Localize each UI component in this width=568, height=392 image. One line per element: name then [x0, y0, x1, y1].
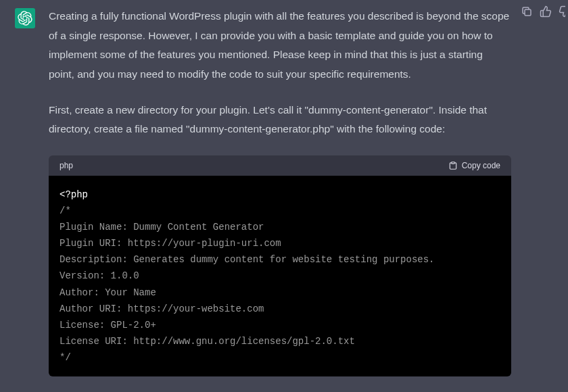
assistant-avatar	[15, 8, 35, 28]
thumbs-up-icon[interactable]	[540, 5, 552, 18]
code-line: */	[60, 352, 71, 363]
code-line: Version: 1.0.0	[60, 270, 139, 281]
svg-rect-0	[525, 9, 531, 16]
svg-rect-1	[451, 162, 454, 164]
code-line: Description: Generates dummy content for…	[60, 254, 435, 265]
clipboard-icon	[448, 161, 458, 170]
message-content: Creating a fully functional WordPress pl…	[49, 7, 518, 376]
response-paragraph: First, create a new directory for your p…	[49, 101, 511, 139]
thumbs-down-icon[interactable]	[559, 5, 565, 18]
code-line: Author URI: https://your-website.com	[60, 303, 264, 314]
code-header: php Copy code	[49, 155, 511, 176]
code-line: /*	[60, 205, 71, 216]
code-line: Plugin URI: https://your-plugin-uri.com	[60, 238, 281, 249]
code-line: Author: Your Name	[60, 287, 156, 298]
copy-message-icon[interactable]	[521, 5, 533, 18]
code-line: Plugin Name: Dummy Content Generator	[60, 222, 264, 232]
code-line: License: GPL-2.0+	[60, 320, 156, 330]
code-line: <?php	[60, 189, 88, 200]
response-paragraph: Creating a fully functional WordPress pl…	[49, 7, 511, 84]
copy-code-label: Copy code	[462, 161, 500, 170]
copy-code-button[interactable]: Copy code	[448, 161, 500, 170]
chat-message: Creating a fully functional WordPress pl…	[0, 0, 568, 376]
message-actions	[521, 5, 565, 18]
code-line: License URI: http://www.gnu.org/licenses…	[60, 336, 355, 347]
code-language-label: php	[60, 161, 73, 170]
code-body[interactable]: <?php /* Plugin Name: Dummy Content Gene…	[49, 176, 511, 376]
code-block: php Copy code <?php /* Plugin Name: Dumm…	[49, 155, 511, 376]
